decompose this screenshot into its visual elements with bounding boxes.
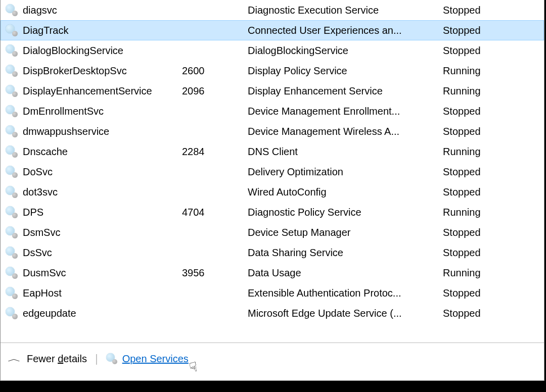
service-row[interactable]: DPS4704Diagnostic Policy ServiceRunning — [1, 202, 544, 222]
service-status: Stopped — [443, 0, 519, 20]
services-icon — [106, 353, 117, 364]
service-row[interactable]: DsmSvcDevice Setup ManagerStopped — [1, 222, 544, 242]
service-row[interactable]: DusmSvc3956Data UsageRunning — [1, 263, 544, 283]
service-name: DoSvc — [23, 162, 182, 182]
service-name: DmEnrollmentSvc — [23, 101, 182, 121]
service-icon — [6, 307, 23, 319]
service-status: Running — [443, 141, 519, 162]
service-description: Diagnostic Policy Service — [248, 202, 443, 222]
service-row[interactable]: diagsvcDiagnostic Execution ServiceStopp… — [1, 0, 544, 20]
service-status: Stopped — [443, 242, 519, 263]
service-icon — [6, 4, 23, 16]
service-description: Data Usage — [248, 263, 443, 283]
service-pid: 2284 — [182, 141, 248, 162]
service-status: Stopped — [443, 121, 519, 141]
service-row[interactable]: DialogBlockingServiceDialogBlockingServi… — [1, 40, 544, 61]
service-description: Data Sharing Service — [248, 242, 443, 263]
service-row[interactable]: edgeupdateMicrosoft Edge Update Service … — [1, 303, 544, 323]
service-description: Connected User Experiences an... — [248, 21, 443, 40]
service-description: Display Policy Service — [248, 61, 443, 81]
service-name: DPS — [23, 202, 182, 222]
fewer-details-post: etails — [63, 353, 87, 364]
service-pid: 3956 — [182, 263, 248, 283]
service-icon — [6, 65, 23, 77]
services-list[interactable]: diagsvcDiagnostic Execution ServiceStopp… — [1, 0, 544, 343]
service-name: diagsvc — [23, 0, 182, 20]
service-icon — [6, 166, 23, 178]
service-icon — [6, 186, 23, 198]
service-icon — [6, 145, 23, 158]
service-status: Stopped — [443, 303, 519, 323]
service-icon — [6, 267, 23, 279]
open-services-post: ervices — [157, 353, 189, 364]
service-pid: 2096 — [182, 81, 248, 101]
service-description: Diagnostic Execution Service — [248, 0, 443, 20]
service-description: Device Setup Manager — [248, 222, 443, 242]
service-row[interactable]: DsSvcData Sharing ServiceStopped — [1, 242, 544, 263]
service-name: dot3svc — [23, 182, 182, 202]
service-name: DispBrokerDesktopSvc — [23, 61, 182, 81]
task-manager-services-panel: diagsvcDiagnostic Execution ServiceStopp… — [0, 0, 544, 381]
service-row[interactable]: EapHostExtensible Authentication Protoc.… — [1, 283, 544, 303]
service-icon — [6, 206, 23, 218]
service-status: Stopped — [443, 222, 519, 242]
service-description: Display Enhancement Service — [248, 81, 443, 101]
service-name: EapHost — [23, 283, 182, 303]
service-name: Dnscache — [23, 141, 182, 162]
service-name: DialogBlockingService — [23, 40, 182, 61]
service-pid: 2600 — [182, 61, 248, 81]
service-icon — [6, 24, 23, 36]
service-row[interactable]: Dnscache2284DNS ClientRunning — [1, 141, 544, 162]
service-status: Stopped — [443, 101, 519, 121]
service-icon — [6, 247, 23, 259]
service-row[interactable]: dmwappushserviceDevice Management Wirele… — [1, 121, 544, 141]
service-description: DNS Client — [248, 141, 443, 162]
service-description: Extensible Authentication Protoc... — [248, 283, 443, 303]
service-icon — [6, 226, 23, 238]
fewer-details-button[interactable]: Fewer details — [27, 353, 87, 365]
service-description: Delivery Optimization — [248, 162, 443, 182]
open-services-link[interactable]: Open Services — [122, 353, 189, 365]
service-row[interactable]: DiagTrackConnected User Experiences an..… — [1, 20, 544, 40]
chevron-up-icon[interactable]: ︿ — [8, 353, 21, 365]
service-row[interactable]: dot3svcWired AutoConfigStopped — [1, 182, 544, 202]
service-description: Wired AutoConfig — [248, 182, 443, 202]
fewer-details-pre: Fewer — [27, 353, 58, 364]
service-description: DialogBlockingService — [248, 40, 443, 61]
service-status: Stopped — [443, 182, 519, 202]
service-row[interactable]: DmEnrollmentSvcDevice Management Enrollm… — [1, 101, 544, 121]
footer-separator: | — [95, 352, 98, 365]
service-name: DisplayEnhancementService — [23, 81, 182, 101]
service-description: Device Management Enrollment... — [248, 101, 443, 121]
service-status: Running — [443, 61, 519, 81]
service-name: edgeupdate — [23, 303, 182, 323]
service-row[interactable]: DisplayEnhancementService2096Display Enh… — [1, 81, 544, 101]
service-status: Stopped — [443, 162, 519, 182]
footer-bar: ︿ Fewer details | Open Services — [1, 343, 544, 380]
service-status: Stopped — [443, 21, 519, 40]
service-icon — [6, 105, 23, 117]
service-status: Running — [443, 202, 519, 222]
service-icon — [6, 85, 23, 97]
service-icon — [6, 287, 23, 299]
fewer-details-key: d — [58, 353, 63, 364]
service-name: DsSvc — [23, 242, 182, 263]
service-pid: 4704 — [182, 202, 248, 222]
service-row[interactable]: DoSvcDelivery OptimizationStopped — [1, 162, 544, 182]
service-status: Stopped — [443, 40, 519, 61]
service-icon — [6, 44, 23, 57]
service-name: DsmSvc — [23, 222, 182, 242]
service-name: DiagTrack — [23, 21, 182, 40]
service-status: Running — [443, 81, 519, 101]
service-icon — [6, 125, 23, 137]
service-row[interactable]: DispBrokerDesktopSvc2600Display Policy S… — [1, 61, 544, 81]
service-name: DusmSvc — [23, 263, 182, 283]
open-services-pre: Open — [122, 353, 150, 364]
service-status: Stopped — [443, 283, 519, 303]
open-services-key: S — [150, 353, 156, 364]
service-name: dmwappushservice — [23, 121, 182, 141]
service-description: Device Management Wireless A... — [248, 121, 443, 141]
service-description: Microsoft Edge Update Service (... — [248, 303, 443, 323]
service-status: Running — [443, 263, 519, 283]
